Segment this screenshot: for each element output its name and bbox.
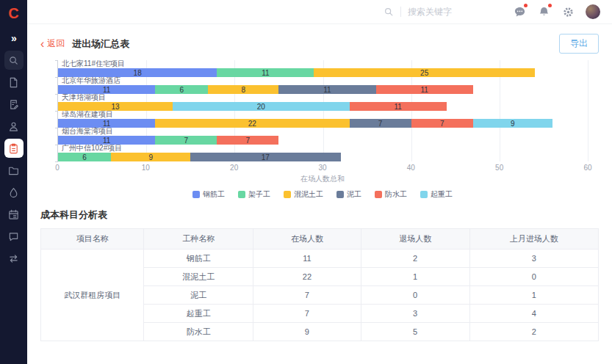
notification-dot [524, 4, 528, 7]
bar-group: 北七家11#住宅项目181125 [58, 60, 588, 77]
back-link[interactable]: 返回 [47, 37, 65, 50]
column-header: 项目名称 [41, 229, 144, 250]
table-cell: 防水工 [144, 323, 253, 341]
bar-track: 181125 [58, 68, 588, 77]
main-area: ‹ 返回 进出场汇总表 导出 北七家11#住宅项目181125北京年华旅游酒店1… [27, 0, 612, 364]
bar-category-label: 天津培湖项目 [58, 94, 588, 102]
table-title: 成本科目分析表 [40, 208, 599, 222]
sidebar-item-folder-icon[interactable] [4, 161, 24, 180]
sidebar-item-document-edit-icon[interactable] [4, 95, 24, 114]
bar-category-label: 绿岛湖在建项目 [58, 111, 588, 119]
legend-item[interactable]: 防水工 [375, 189, 407, 200]
bar-segment: 11 [376, 85, 473, 94]
table-cell: 0 [361, 286, 469, 305]
bar-group: 烟台海棠湾项目1177 [58, 128, 588, 145]
bell-icon[interactable] [537, 5, 550, 18]
legend-item[interactable]: 混泥土工 [284, 189, 323, 200]
bar-track: 6917 [58, 153, 588, 161]
cost-analysis-section: 成本科目分析表 项目名称工种名称在场人数退场人数上月进场人数 武汉群租房项目钢筋… [27, 200, 612, 341]
bar-track: 1177 [58, 136, 588, 145]
legend-label: 混泥土工 [294, 189, 323, 200]
bar-track: 132011 [58, 102, 588, 111]
column-header: 工种名称 [144, 229, 253, 250]
table-cell: 9 [253, 323, 361, 341]
table-cell: 2 [361, 250, 469, 268]
bar-segment: 11 [217, 68, 314, 77]
avatar[interactable] [586, 4, 600, 19]
topbar-icons [513, 4, 600, 19]
table-cell: 7 [253, 286, 361, 305]
bar-group: 绿岛湖在建项目1122779 [58, 111, 588, 128]
bar-segment: 11 [278, 85, 375, 94]
sidebar-item-calendar-icon[interactable] [4, 205, 24, 224]
bar-track: 1122779 [58, 119, 588, 128]
legend-swatch [420, 191, 428, 198]
table-cell: 2 [469, 323, 598, 341]
bar-segment: 6 [58, 153, 111, 161]
bar-category-label: 广州中信102#项目 [58, 145, 588, 153]
bar-track: 11681111 [58, 85, 588, 94]
bar-segment: 9 [473, 119, 552, 128]
bar-segment: 9 [111, 153, 190, 161]
legend-label: 架子工 [248, 189, 270, 200]
table-cell: 1 [469, 286, 598, 305]
notification-dot [548, 4, 552, 7]
table-cell: 3 [361, 305, 469, 323]
chart-legend: 钢筋工架子工混泥土工泥工防水工起重工 [57, 189, 588, 200]
bar-segment: 11 [350, 102, 447, 111]
table-cell: 钢筋工 [144, 250, 253, 268]
sidebar: C » [0, 0, 27, 364]
app-logo: C [0, 0, 27, 27]
legend-swatch [375, 191, 382, 198]
bar-segment: 7 [217, 136, 278, 145]
back-chevron-icon[interactable]: ‹ [40, 38, 44, 50]
export-button[interactable]: 导出 [559, 34, 599, 54]
bar-category-label: 烟台海棠湾项目 [58, 128, 588, 136]
gear-icon[interactable] [561, 5, 575, 18]
legend-label: 起重工 [431, 189, 453, 200]
search-icon[interactable] [384, 7, 394, 17]
bar-category-label: 北七家11#住宅项目 [58, 60, 588, 68]
x-tick-label: 40 [407, 164, 415, 172]
legend-item[interactable]: 钢筋工 [192, 189, 225, 200]
sidebar-item-document-icon[interactable] [4, 73, 24, 92]
sidebar-item-expand-icon[interactable]: » [4, 29, 24, 48]
sidebar-item-chat-icon[interactable] [4, 227, 24, 246]
legend-item[interactable]: 起重工 [420, 189, 453, 200]
bar-group: 广州中信102#项目6917 [58, 145, 588, 161]
bar-segment: 20 [173, 102, 349, 111]
chart-xaxis: 0102030405060 [57, 164, 588, 173]
table-cell: 22 [253, 268, 361, 286]
x-tick-label: 30 [318, 164, 326, 172]
bar-segment: 6 [155, 85, 208, 94]
bar-category-label: 北京年华旅游酒店 [58, 77, 588, 85]
sidebar-item-search-icon[interactable] [4, 51, 24, 70]
chart-plot: 北七家11#住宅项目181125北京年华旅游酒店11681111天津培湖项目13… [57, 60, 588, 161]
legend-item[interactable]: 架子工 [238, 189, 270, 200]
page-title: 进出场汇总表 [72, 37, 129, 51]
bar-segment: 22 [155, 119, 349, 128]
bar-group: 北京年华旅游酒店11681111 [58, 77, 588, 94]
sidebar-item-user-icon[interactable] [4, 117, 24, 136]
project-name-cell: 武汉群租房项目 [41, 250, 144, 341]
cost-table-body: 武汉群租房项目钢筋工1123混泥土工2210泥工701起重工734防水工952 [41, 250, 599, 341]
search-input[interactable] [408, 7, 478, 17]
table-row: 武汉群租房项目钢筋工1123 [41, 250, 599, 268]
legend-swatch [238, 191, 245, 198]
topbar-search [384, 7, 478, 17]
bar-segment: 7 [411, 119, 473, 128]
bar-segment: 25 [314, 68, 534, 77]
legend-item[interactable]: 泥工 [336, 189, 361, 200]
table-cell: 7 [253, 305, 361, 323]
sidebar-item-transfer-icon[interactable] [4, 249, 24, 268]
sidebar-item-clipboard-icon[interactable] [4, 139, 24, 158]
legend-label: 钢筋工 [203, 189, 225, 200]
table-cell: 1 [361, 268, 469, 286]
x-tick-label: 0 [55, 164, 60, 172]
message-icon[interactable] [513, 5, 526, 18]
table-cell: 泥工 [144, 286, 253, 305]
bar-segment: 17 [190, 153, 340, 161]
x-tick-label: 20 [230, 164, 238, 172]
sidebar-item-water-drop-icon[interactable] [4, 183, 24, 202]
chart-xaxis-title: 在场人数总和 [57, 174, 588, 184]
